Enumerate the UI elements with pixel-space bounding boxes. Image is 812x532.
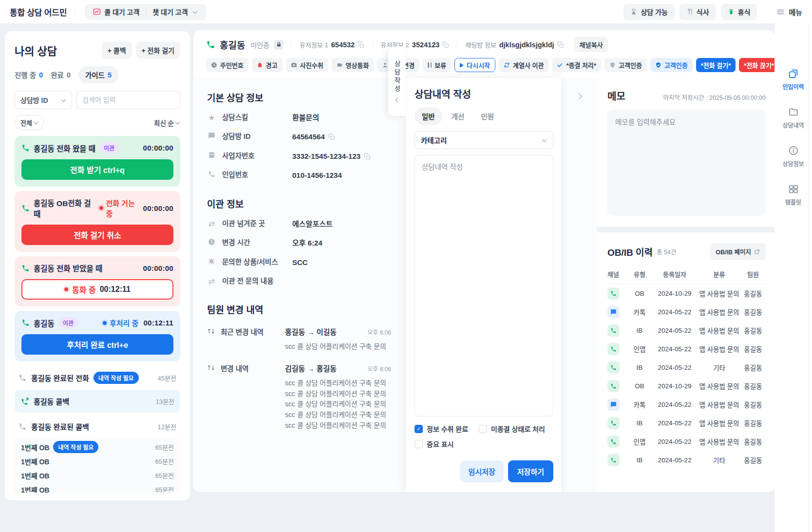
callback-row[interactable]: 홍길동 콜백 13분전	[15, 390, 180, 413]
consultation-admin-page: 통합 상담 어드민 콜 대기 고객 챗 대기 고객 상담 가능	[0, 0, 812, 532]
obib-page-button[interactable]: OB/IB 페이지	[710, 243, 766, 260]
room-id-select-label: 상담방 ID	[20, 95, 48, 105]
status-meal-button[interactable]: 식사	[680, 4, 716, 20]
photo-button[interactable]: 사진수취	[286, 58, 328, 72]
copy-icon[interactable]	[364, 153, 371, 160]
tab-general[interactable]: 일반	[415, 107, 442, 125]
copy-icon[interactable]	[557, 41, 564, 48]
obib-table-row[interactable]: 인앱 2024-05-22 앱 사용법 문의 홍길동	[607, 432, 766, 451]
row-agent: 홍길동	[740, 325, 766, 335]
temp-save-button[interactable]: 임시저장	[460, 460, 504, 482]
cancel-dial-button[interactable]: 전화 걸기 취소	[21, 225, 173, 245]
transfer-from-value: 에스알포스트	[292, 219, 333, 229]
ob-subrow[interactable]: 1번째 OB 내역 작성 필요 65분전	[21, 440, 174, 454]
card-title: 홍길동 전화 받았을 때	[34, 263, 102, 273]
obib-table-row[interactable]: 인앱 2024-05-22 앱 사용법 문의 홍길동	[607, 340, 766, 358]
ssn-label: 주민번호	[220, 60, 244, 70]
dial-button[interactable]: *전화 걸기*	[696, 58, 736, 72]
wrapup-card[interactable]: 홍길동 이관 후처리 중 00:12:11 후처리 완료 ctrl+e	[15, 311, 180, 361]
dialing-card[interactable]: 홍길동 OB전화 걸 때 전화 거는 중 00:00:00 전화 걸기 취소	[15, 191, 180, 252]
obib-table-row[interactable]: IB 2024-05-22 앱 사용법 문의 홍길동	[607, 321, 766, 340]
obib-table-row[interactable]: IB 2024-05-22 앱 사용법 문의 홍길동	[607, 414, 766, 432]
done-call-row[interactable]: 홍길동 완료된 전화 내역 작성 필요 45분전	[15, 366, 180, 390]
done-callback-row[interactable]: 홍길동 완료된 콜백 12분전	[15, 416, 180, 437]
add-callback-button[interactable]: + 콜백	[102, 42, 132, 58]
customer-auth-verified-button[interactable]: 고객인증	[650, 58, 693, 72]
ssn-button[interactable]: 주민번호	[206, 58, 248, 72]
inbound-number-row: 인입번호 010-1456-1234	[207, 171, 391, 180]
rail-item-template[interactable]: 템플릿	[778, 184, 809, 206]
tab-call-waiting[interactable]: 콜 대기 고객	[87, 7, 146, 17]
row-agent: 홍길동	[740, 437, 766, 446]
rail-item-inbound-history[interactable]: 인입이력	[778, 68, 809, 91]
transfer-arrows-icon: ⇄	[207, 277, 216, 286]
consult-write-vertical-tab[interactable]: 상담작성	[388, 47, 406, 116]
tab-complaint[interactable]: 민원	[473, 107, 501, 125]
copy-icon[interactable]	[358, 41, 364, 48]
row-date: 2024-05-22	[651, 345, 698, 353]
incoming-call-card[interactable]: 홍길동 전화 왔을 때 이관 00:00:00 전화 받기 ctrl+q	[15, 136, 180, 187]
rail-item-consult-history[interactable]: 상담내역	[778, 107, 809, 129]
copy-icon[interactable]	[328, 133, 335, 140]
hold-button[interactable]: 보류	[423, 58, 451, 72]
status-break-button[interactable]: 휴식	[721, 4, 757, 20]
obib-table-row[interactable]: IB 2024-05-22 기타 홍길동	[607, 358, 766, 377]
chatroom-info: 채팅방 정보 djklsgjdklsjgkldj	[465, 40, 564, 49]
tab-chat-waiting[interactable]: 챗 대기 고객	[146, 7, 204, 17]
obib-table-row[interactable]: OB 2024-10-29 앱 사용법 문의 홍길동	[607, 377, 766, 395]
obib-history-title: OB/IB 이력	[607, 245, 653, 258]
obib-table-row[interactable]: 카톡 2024-05-22 앱 사용법 문의 홍길동	[607, 303, 766, 321]
obib-history-total: 총 54건	[657, 247, 676, 256]
info-received-checkbox[interactable]: 정보 수취 완료	[415, 424, 468, 434]
add-call-button[interactable]: + 전화 걸기	[136, 42, 180, 58]
wrapup-complete-button[interactable]: 후처리 완료 ctrl+e	[21, 334, 173, 355]
obib-table-row[interactable]: IB 2024-05-22 기타 홍길동	[607, 451, 766, 469]
status-available-button[interactable]: 상담 가능	[623, 4, 674, 20]
warning-button[interactable]: 경고	[252, 58, 283, 72]
memo-textarea[interactable]	[607, 110, 766, 216]
menu-button[interactable]: 메뉴	[776, 7, 802, 17]
collapse-right-chevron-icon[interactable]	[575, 93, 582, 101]
rail-item-label: 템플릿	[785, 198, 801, 206]
ob-subrow[interactable]: 1번째 OB 65분전	[21, 468, 174, 482]
obib-table-row[interactable]: OB 2024-10-29 앱 사용법 문의 홍길동	[607, 284, 766, 303]
basic-info-title: 기본 상담 정보	[207, 91, 391, 104]
tab-in-progress[interactable]: 진행 중 0	[15, 70, 43, 80]
affiliate-transfer-button[interactable]: 계열사 이관	[499, 58, 548, 72]
video-call-button[interactable]: 영상통화	[332, 58, 374, 72]
answer-call-button[interactable]: 전화 받기 ctrl+q	[21, 159, 173, 180]
filter-all-chip[interactable]: 전체	[15, 115, 44, 130]
row-category: 앱 사용법 문의	[698, 437, 740, 446]
consult-note-textarea[interactable]	[415, 155, 553, 417]
tab-improvement[interactable]: 개선	[444, 107, 472, 125]
row-category: 앱 사용법 문의	[698, 381, 740, 391]
in-call-card[interactable]: 홍길동 전화 받았을 때 00:00:00 통화 중 00:12:11	[15, 256, 180, 306]
divider	[372, 41, 373, 49]
transfer-arrows-icon: ⇄	[207, 219, 216, 228]
tab-guide[interactable]: 가이드 5	[78, 66, 118, 83]
chevron-down-icon	[175, 120, 180, 125]
copy-icon[interactable]	[442, 41, 449, 48]
unresolved-checkbox[interactable]: 미종결 상태로 처리	[479, 424, 545, 434]
important-checkbox[interactable]: 중요 표시	[415, 439, 453, 449]
search-input[interactable]	[76, 91, 180, 109]
ob-subrow[interactable]: 1번째 OB 65분전	[21, 482, 174, 493]
restart-button[interactable]: 다시시작	[454, 58, 495, 72]
close-case-button[interactable]: *종결 처리*	[552, 58, 601, 72]
ob-subrow[interactable]: 1번째 OB 65분전	[21, 454, 174, 468]
hangup-button[interactable]: *전화 끊기*	[739, 58, 774, 72]
rail-item-consult-info[interactable]: 상담정보	[778, 145, 809, 168]
room-id-select[interactable]: 상담방 ID	[15, 91, 72, 109]
category-select[interactable]: 카테고리	[415, 131, 553, 149]
tab-done[interactable]: 완료 0	[51, 70, 71, 80]
copy-channel-button[interactable]: 채널복사	[574, 37, 608, 52]
row-title: 홍길동 콜백	[34, 396, 69, 406]
inbound-number-value: 010-1456-1234	[292, 171, 342, 180]
camera-icon	[291, 62, 297, 68]
id-icon	[211, 62, 217, 68]
customer-auth-button[interactable]: 고객인증	[604, 58, 647, 72]
sort-select[interactable]: 최신 순	[154, 118, 180, 128]
obib-table-row[interactable]: 카톡 2024-05-22 앱 사용법 문의 홍길동	[607, 395, 766, 414]
on-call-status-button[interactable]: 통화 중 00:12:11	[21, 279, 173, 300]
save-button[interactable]: 저장하기	[508, 460, 553, 482]
